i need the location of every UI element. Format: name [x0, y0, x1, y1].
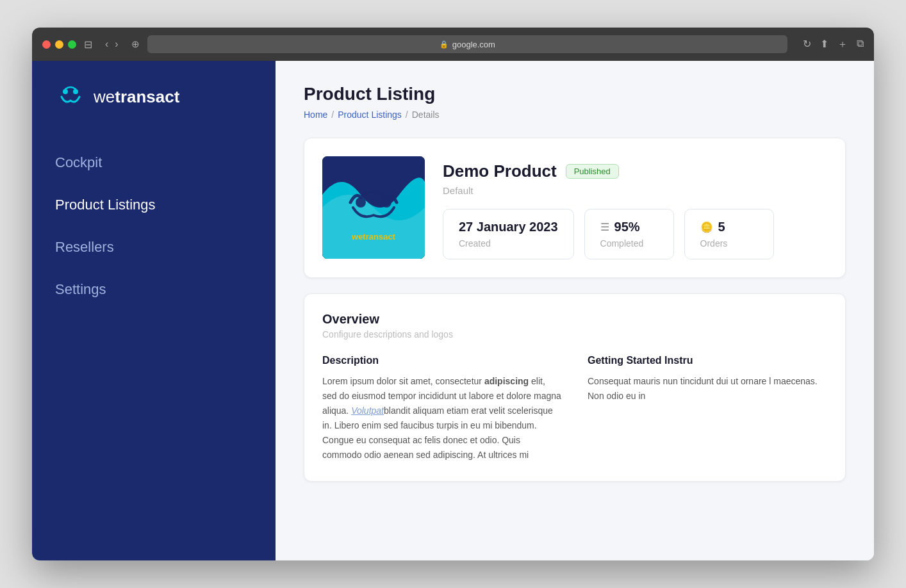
lock-icon: 🔒	[440, 40, 449, 49]
stat-value-row-created: 27 January 2023	[459, 220, 558, 234]
getting-started-text: Consequat mauris nun tincidunt dui ut or…	[588, 374, 827, 404]
address-bar[interactable]: 🔒 google.com	[147, 35, 787, 53]
main-content: Product Listing Home / Product Listings …	[276, 61, 874, 560]
logo-area: wetransact	[32, 81, 276, 143]
product-name: Demo Product	[443, 161, 557, 181]
stats-row: 27 January 2023 Created ☰ 95% Completed	[443, 209, 827, 259]
share-button[interactable]: ⬆	[820, 38, 828, 51]
overview-columns: Description Lorem ipsum dolor sit amet, …	[322, 355, 827, 463]
browser-actions: ↻ ⬆ ＋ ⧉	[803, 38, 864, 51]
privacy-icon-area: ⊕	[131, 38, 140, 50]
overview-col-description: Description Lorem ipsum dolor sit amet, …	[322, 355, 562, 463]
stat-value-row-orders: 🪙 5	[700, 220, 758, 234]
product-thumbnail: wetransact	[322, 156, 425, 259]
page-header: Product Listing Home / Product Listings …	[304, 84, 846, 120]
browser-window: ⊟ ‹ › ⊕ 🔒 google.com ↻ ⬆ ＋ ⧉	[32, 28, 874, 560]
stat-box-orders: 🪙 5 Orders	[684, 209, 774, 259]
traffic-lights	[42, 40, 76, 49]
stat-created-label: Created	[459, 238, 558, 249]
product-details: Demo Product Published Default 27 Januar…	[443, 156, 827, 259]
overview-subtitle: Configure descriptions and logos	[322, 329, 827, 339]
stat-box-completed: ☰ 95% Completed	[584, 209, 674, 259]
svg-text:wetransact: wetransact	[351, 232, 396, 241]
breadcrumb-current: Details	[412, 110, 440, 120]
desc-text-before: Lorem ipsum dolor sit amet, consectetur	[322, 376, 484, 386]
logo-icon	[55, 81, 86, 112]
stat-completed-label: Completed	[600, 238, 658, 249]
orders-icon: 🪙	[700, 221, 713, 233]
stat-created-date: 27 January 2023	[459, 220, 558, 234]
stat-box-created: 27 January 2023 Created	[443, 209, 574, 259]
product-default: Default	[443, 185, 827, 196]
sidebar-item-resellers[interactable]: Resellers	[32, 227, 276, 267]
description-text: Lorem ipsum dolor sit amet, consectetur …	[322, 374, 562, 463]
reload-button[interactable]: ↻	[803, 38, 811, 51]
sidebar-item-settings[interactable]: Settings	[32, 270, 276, 309]
overview-col-getting-started: Getting Started Instru Consequat mauris …	[588, 355, 827, 463]
breadcrumb-sep-1: /	[331, 110, 334, 120]
stat-value-row-completed: ☰ 95%	[600, 220, 658, 234]
stat-orders-count: 5	[718, 220, 725, 234]
maximize-button[interactable]	[68, 40, 76, 49]
stat-completed-pct: 95%	[614, 220, 640, 234]
forward-button[interactable]: ›	[115, 38, 118, 50]
close-button[interactable]	[42, 40, 51, 49]
url-text: google.com	[452, 40, 495, 49]
desc-italic-word: Volutpat	[351, 405, 384, 416]
logo-text: wetransact	[94, 87, 179, 107]
description-heading: Description	[322, 355, 562, 366]
desc-bold-word: adipiscing	[484, 376, 529, 386]
logo-we: we	[94, 87, 115, 106]
overview-card: Overview Configure descriptions and logo…	[304, 293, 846, 482]
published-badge: Published	[566, 164, 619, 179]
tabs-button[interactable]: ⧉	[857, 38, 864, 51]
breadcrumb-sep-2: /	[406, 110, 408, 120]
product-card: wetransact Demo Product Published Defaul…	[304, 138, 846, 278]
nav-items: Cockpit Product Listings Resellers Setti…	[32, 143, 276, 309]
stat-orders-label: Orders	[700, 238, 758, 249]
getting-started-heading: Getting Started Instru	[588, 355, 827, 366]
page-title: Product Listing	[304, 84, 846, 104]
app-container: wetransact Cockpit Product Listings Rese…	[32, 61, 874, 560]
back-button[interactable]: ‹	[105, 38, 108, 50]
breadcrumb-home[interactable]: Home	[304, 110, 327, 120]
completed-icon: ☰	[600, 221, 609, 233]
product-info-row: wetransact Demo Product Published Defaul…	[322, 156, 827, 259]
breadcrumb: Home / Product Listings / Details	[304, 110, 846, 120]
breadcrumb-section[interactable]: Product Listings	[338, 110, 402, 120]
minimize-button[interactable]	[55, 40, 63, 49]
overview-title: Overview	[322, 312, 827, 327]
browser-toolbar: ⊟ ‹ › ⊕ 🔒 google.com ↻ ⬆ ＋ ⧉	[32, 28, 874, 61]
logo-transact: transact	[115, 87, 179, 106]
sidebar-item-cockpit[interactable]: Cockpit	[32, 143, 276, 183]
browser-controls: ‹ ›	[105, 38, 119, 50]
privacy-icon: ⊕	[131, 38, 140, 50]
sidebar: wetransact Cockpit Product Listings Rese…	[32, 61, 276, 560]
product-name-row: Demo Product Published	[443, 161, 827, 181]
sidebar-item-product-listings[interactable]: Product Listings	[32, 185, 276, 225]
new-tab-button[interactable]: ＋	[837, 38, 848, 51]
sidebar-toggle-icon[interactable]: ⊟	[84, 38, 92, 51]
